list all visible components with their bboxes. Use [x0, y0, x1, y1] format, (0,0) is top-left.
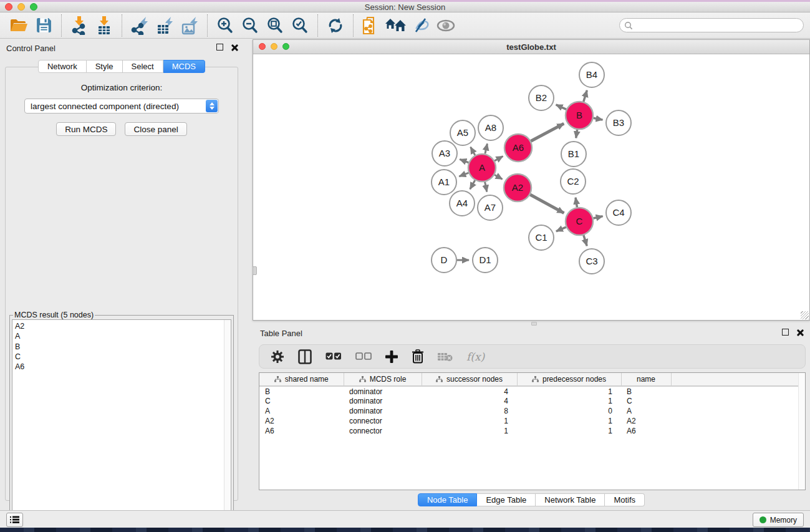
edge-C-C2[interactable]	[576, 198, 577, 208]
mcds-result-item[interactable]: A6	[15, 362, 231, 372]
graph-node-C1[interactable]: C1	[529, 225, 554, 250]
column-header-predecessor-nodes[interactable]: predecessor nodes	[517, 373, 621, 386]
edge-A-A4[interactable]	[470, 180, 475, 189]
edge-A-A6[interactable]	[494, 157, 503, 161]
edge-A-A3[interactable]	[460, 159, 468, 162]
home-icon[interactable]	[383, 14, 408, 37]
column-visibility-icon[interactable]	[298, 349, 312, 364]
graph-node-B4[interactable]: B4	[579, 62, 604, 87]
node-table[interactable]: shared nameMCDS rolesuccessor nodesprede…	[259, 373, 806, 436]
refresh-icon[interactable]	[323, 14, 348, 37]
mcds-result-item[interactable]: A	[15, 331, 231, 341]
save-session-icon[interactable]	[31, 14, 56, 37]
graph-node-C3[interactable]: C3	[579, 249, 604, 274]
edge-A2-C[interactable]	[530, 195, 564, 213]
float-panel-icon[interactable]	[216, 44, 223, 51]
mcds-result-item[interactable]: A2	[15, 321, 231, 331]
show-hide-eye-icon[interactable]	[433, 14, 458, 37]
graph-node-C2[interactable]: C2	[561, 169, 586, 194]
column-header-shared-name[interactable]: shared name	[259, 373, 344, 386]
table-tab-edge-table[interactable]: Edge Table	[477, 493, 536, 506]
table-row[interactable]: Adominator80A	[259, 406, 806, 416]
graph-node-A8[interactable]: A8	[478, 115, 503, 140]
panel-divider-handle[interactable]	[253, 266, 257, 275]
tab-select[interactable]: Select	[123, 60, 163, 73]
function-builder-icon[interactable]: f(x)	[466, 351, 485, 363]
table-tab-node-table[interactable]: Node Table	[418, 493, 478, 506]
table-scrollbar[interactable]	[798, 373, 805, 490]
new-network-from-selection-icon[interactable]	[359, 14, 383, 37]
deselect-all-checkboxes-icon[interactable]	[355, 352, 372, 360]
graph-node-B1[interactable]: B1	[561, 142, 586, 167]
add-column-icon[interactable]	[385, 351, 398, 363]
search-input[interactable]	[633, 20, 803, 31]
float-table-panel-icon[interactable]	[782, 329, 789, 336]
edge-C-C1[interactable]	[556, 227, 566, 231]
graph-node-A[interactable]: A	[468, 154, 496, 181]
graph-node-D1[interactable]: D1	[473, 248, 498, 273]
graph-node-B[interactable]: B	[566, 102, 593, 129]
graph-node-A2[interactable]: A2	[504, 174, 531, 201]
edge-A-A2[interactable]	[494, 175, 503, 179]
table-tab-network-table[interactable]: Network Table	[536, 493, 605, 506]
edge-C-C3[interactable]	[584, 235, 587, 246]
zoom-fit-icon[interactable]	[263, 14, 287, 37]
edge-B-B3[interactable]	[594, 118, 603, 120]
mcds-result-item[interactable]: B	[15, 342, 231, 352]
graph-node-C[interactable]: C	[566, 208, 593, 235]
delete-columns-trash-icon[interactable]	[412, 349, 424, 364]
graph-node-A7[interactable]: A7	[478, 195, 503, 220]
graph-node-B3[interactable]: B3	[606, 110, 631, 135]
export-image-icon[interactable]	[177, 14, 202, 37]
graph-node-A5[interactable]: A5	[450, 120, 475, 145]
export-table-icon[interactable]	[152, 14, 177, 37]
table-row[interactable]: Bdominator41B	[259, 386, 806, 396]
zoom-out-icon[interactable]	[238, 14, 263, 37]
network-canvas[interactable]: B4B2BB3A5A8A6A3B1AA1C2A2A4A7C4CC1DD1C3	[254, 55, 808, 319]
import-network-icon[interactable]	[67, 14, 92, 37]
criterion-dropdown[interactable]: largest connected component (directed)	[24, 99, 219, 114]
column-header-MCDS-role[interactable]: MCDS role	[344, 373, 422, 386]
import-table-icon[interactable]	[92, 14, 117, 37]
edge-C-C4[interactable]	[593, 216, 602, 218]
close-table-panel-icon[interactable]	[796, 329, 804, 336]
mcds-result-item[interactable]: C	[15, 352, 231, 362]
result-list-scrollbar[interactable]	[224, 320, 231, 523]
edge-A-A5[interactable]	[471, 147, 475, 155]
table-tab-motifs[interactable]: Motifs	[605, 493, 645, 506]
column-header-successor-nodes[interactable]: successor nodes	[422, 373, 517, 386]
resize-grip-icon[interactable]	[801, 311, 809, 319]
graph-node-A1[interactable]: A1	[432, 170, 456, 195]
zoom-in-icon[interactable]	[213, 14, 238, 37]
edge-B-B2[interactable]	[556, 105, 566, 110]
table-row[interactable]: A6connector11A6	[259, 426, 806, 436]
hide-labels-icon[interactable]	[408, 14, 433, 37]
table-row[interactable]: Cdominator41C	[259, 396, 806, 406]
graph-node-A4[interactable]: A4	[450, 191, 475, 216]
select-all-checkboxes-icon[interactable]	[325, 352, 342, 360]
run-mcds-button[interactable]: Run MCDS	[56, 122, 116, 136]
memory-button[interactable]: Memory	[753, 513, 804, 527]
zoom-selected-icon[interactable]	[287, 14, 312, 37]
table-row[interactable]: A2connector11A2	[259, 416, 806, 426]
tab-style[interactable]: Style	[87, 60, 123, 73]
edge-A-A8[interactable]	[485, 143, 488, 153]
network-graph[interactable]: B4B2BB3A5A8A6A3B1AA1C2A2A4A7C4CC1DD1C3	[254, 55, 808, 319]
splitter-knob[interactable]	[531, 322, 537, 326]
close-panel-icon[interactable]	[231, 44, 238, 51]
graph-node-D[interactable]: D	[432, 248, 456, 273]
task-history-button[interactable]	[6, 513, 23, 527]
edge-B-B1[interactable]	[576, 130, 577, 138]
horizontal-splitter[interactable]	[253, 321, 810, 326]
mcds-result-list[interactable]: A2ABCA6	[12, 319, 231, 524]
edge-A6-B[interactable]	[531, 123, 564, 141]
graph-node-C4[interactable]: C4	[606, 200, 631, 225]
delete-table-icon[interactable]	[438, 352, 453, 362]
search-field[interactable]	[619, 18, 804, 32]
edge-B-B4[interactable]	[584, 90, 587, 102]
graph-node-A6[interactable]: A6	[504, 134, 532, 162]
graph-node-B2[interactable]: B2	[529, 85, 554, 110]
graph-node-A3[interactable]: A3	[432, 141, 457, 166]
close-panel-button[interactable]: Close panel	[125, 122, 186, 136]
tab-network[interactable]: Network	[38, 60, 87, 73]
